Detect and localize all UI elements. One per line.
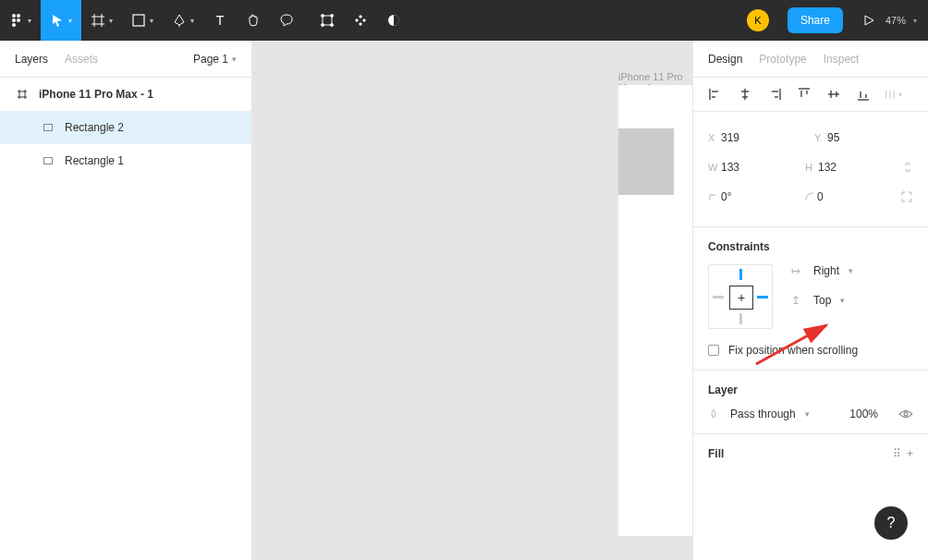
rectangle-icon [41, 153, 55, 168]
x-input[interactable]: 319 [721, 131, 776, 144]
vertical-icon: ↥ [791, 294, 804, 307]
layer-rectangle-1[interactable]: Rectangle 1 [0, 144, 251, 177]
canvas-rectangle-1[interactable] [618, 128, 674, 195]
svg-point-14 [322, 24, 324, 27]
move-tool-button[interactable]: ▾ [41, 0, 81, 41]
present-button[interactable] [852, 0, 885, 41]
w-input[interactable]: 133 [721, 161, 776, 174]
frame-tool-button[interactable]: ▾ [81, 0, 122, 41]
alignment-row: ▾ [693, 78, 928, 112]
align-left-button[interactable] [706, 85, 725, 103]
layer-rectangle-2[interactable]: Rectangle 2 [0, 111, 251, 144]
h-input[interactable]: 132 [818, 161, 873, 174]
tab-design[interactable]: Design [708, 53, 742, 66]
mask-tool-button[interactable] [311, 0, 344, 41]
constraint-vertical-select[interactable]: ↥ Top ▾ [791, 294, 853, 307]
tab-prototype[interactable]: Prototype [759, 53, 806, 66]
align-top-button[interactable] [795, 85, 813, 103]
svg-point-13 [331, 15, 334, 18]
tab-layers[interactable]: Layers [15, 53, 48, 66]
corner-input[interactable]: 0 [817, 190, 873, 203]
design-panel: Design Prototype Inspect ▾ X319 Y95 W133… [692, 41, 928, 560]
share-button-wrap: Share [778, 0, 852, 41]
pen-icon [172, 13, 187, 28]
play-icon [861, 13, 876, 28]
zoom-dropdown[interactable]: 47%▾ [885, 15, 928, 26]
layer-label: iPhone 11 Pro Max - 1 [39, 88, 153, 101]
pointer-icon [50, 13, 65, 28]
fix-position-checkbox[interactable]: Fix position when scrolling [708, 344, 913, 357]
align-vcenter-button[interactable] [824, 85, 843, 103]
boolean-tool-button[interactable] [377, 0, 410, 41]
blend-mode-icon [708, 408, 721, 420]
hand-icon [246, 13, 261, 28]
canvas[interactable]: iPhone 11 Pro Max - 1 133 × 132 [252, 41, 692, 560]
chevron-down-icon: ▾ [28, 17, 31, 25]
chevron-down-icon: ▾ [805, 409, 810, 419]
figma-logo-icon [9, 13, 24, 28]
svg-point-1 [12, 18, 16, 22]
hand-tool-button[interactable] [237, 0, 270, 41]
horizontal-icon: ↦ [791, 264, 804, 277]
checkbox-icon [708, 345, 719, 356]
add-fill-button[interactable]: + [907, 447, 913, 460]
h-label: H [805, 162, 818, 173]
chevron-down-icon: ▾ [840, 296, 845, 305]
svg-rect-9 [133, 15, 144, 26]
svg-rect-11 [323, 16, 332, 25]
chevron-down-icon: ▾ [190, 17, 194, 25]
link-dimensions-button[interactable] [902, 161, 913, 174]
blend-mode-select[interactable]: Pass through [730, 408, 796, 420]
help-button[interactable]: ? [874, 506, 908, 540]
align-bottom-button[interactable] [854, 85, 873, 103]
component-tool-button[interactable] [344, 0, 377, 41]
main-menu-button[interactable]: ▾ [0, 0, 41, 41]
align-hcenter-button[interactable] [736, 85, 754, 103]
tab-assets[interactable]: Assets [65, 53, 98, 66]
rectangle-icon [131, 13, 146, 28]
layer-label: Rectangle 2 [65, 121, 124, 134]
chevron-down-icon: ▾ [232, 55, 237, 64]
align-right-button[interactable] [765, 85, 784, 103]
text-tool-button[interactable]: T [203, 0, 237, 41]
pen-tool-button[interactable]: ▾ [163, 0, 203, 41]
svg-point-2 [12, 23, 16, 27]
style-button[interactable]: ⠿ [893, 447, 901, 460]
rotation-icon [708, 191, 721, 202]
page-selector[interactable]: Page 1▾ [193, 53, 237, 66]
constraint-horizontal-select[interactable]: ↦ Right ▾ [791, 264, 853, 277]
shape-tool-button[interactable]: ▾ [122, 0, 163, 41]
constraint-widget[interactable]: + [708, 264, 773, 329]
y-input[interactable]: 95 [827, 131, 883, 144]
svg-rect-21 [44, 125, 53, 131]
layer-section-title: Layer [708, 383, 913, 396]
top-toolbar: ▾ ▾ ▾ ▾ ▾ T K Share 47%▾ [0, 0, 928, 41]
svg-point-15 [331, 24, 334, 27]
visibility-toggle[interactable] [898, 408, 913, 420]
rectangle-icon [41, 120, 55, 135]
opacity-input[interactable]: 100% [849, 408, 878, 420]
chevron-down-icon: ▾ [150, 17, 153, 25]
corner-radius-icon [804, 191, 817, 202]
user-avatar[interactable]: K [738, 0, 778, 41]
chevron-down-icon: ▾ [109, 17, 113, 25]
comment-icon [279, 13, 294, 28]
w-label: W [708, 162, 721, 173]
constraints-title: Constraints [708, 240, 913, 253]
layer-frame[interactable]: iPhone 11 Pro Max - 1 [0, 78, 251, 111]
share-button[interactable]: Share [788, 7, 843, 33]
chevron-down-icon: ▾ [849, 266, 853, 275]
distribute-button[interactable]: ▾ [884, 85, 902, 103]
comment-tool-button[interactable] [270, 0, 303, 41]
tab-inspect[interactable]: Inspect [824, 53, 860, 66]
layer-label: Rectangle 1 [65, 154, 124, 167]
fill-section-title: Fill [708, 447, 724, 460]
y-label: Y [814, 132, 827, 143]
svg-rect-22 [44, 158, 53, 164]
independent-corners-button[interactable] [900, 190, 913, 203]
svg-point-4 [17, 18, 20, 22]
rotation-input[interactable]: 0° [721, 190, 776, 203]
svg-point-12 [322, 15, 324, 18]
svg-text:T: T [216, 13, 225, 28]
edit-object-icon [320, 13, 335, 28]
